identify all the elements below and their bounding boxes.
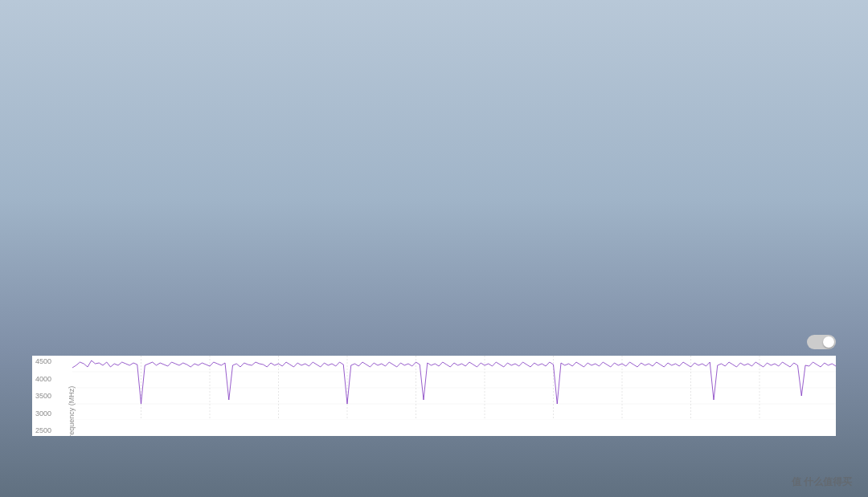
chart-container: 4500 4000 3500 3000 2500 [32,356,836,436]
chart-y-label: 4500 4000 3500 3000 2500 [32,356,72,436]
watermark: 值 什么值得买 [792,475,852,489]
monitoring-toggle[interactable] [807,335,836,349]
chart-area [72,356,836,420]
chart-y-axis-label: Clock Frequency (MHz) [68,386,76,436]
